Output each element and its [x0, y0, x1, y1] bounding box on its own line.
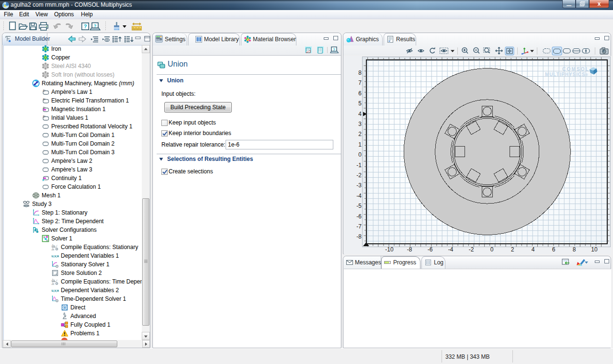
- svg-text:?: ?: [333, 47, 335, 52]
- svg-text:?: ?: [94, 23, 97, 28]
- svg-text:?: ?: [84, 23, 87, 29]
